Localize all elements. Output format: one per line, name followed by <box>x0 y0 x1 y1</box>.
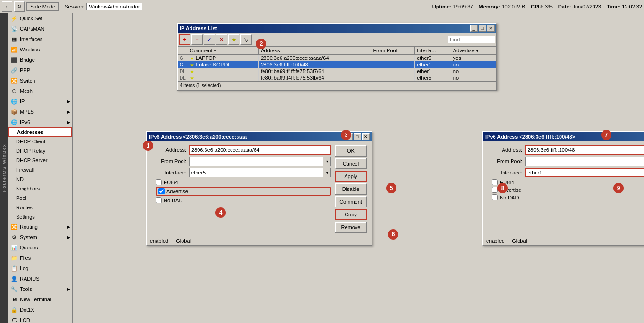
sidebar-item-quick-set[interactable]: ⚡ Quick Set <box>8 13 72 24</box>
interface-arrow-1[interactable]: ▾ <box>323 168 330 177</box>
sidebar-item-switch[interactable]: 🔀 Switch <box>8 75 72 86</box>
table-row[interactable]: G ★ Enlace BORDE 2806:3e6:ffff::100/48 e… <box>178 61 496 68</box>
sidebar-item-capsman[interactable]: 📡 CAPsMAN <box>8 24 72 34</box>
sidebar-item-lcd[interactable]: 🖵 LCD <box>8 315 72 323</box>
badge-2: 2 <box>256 39 266 49</box>
sidebar-item-new-terminal[interactable]: 🖥 New Terminal <box>8 294 72 305</box>
toolbar-refresh-btn[interactable]: ↻ <box>14 1 25 12</box>
table-row[interactable]: DL ★ fe80::ba69:f4ff:fe75:53fb/64 ether5… <box>178 75 496 81</box>
from-pool-arrow-1[interactable]: ▾ <box>323 157 330 166</box>
safe-mode-button[interactable]: Safe Mode <box>26 2 59 11</box>
sidebar-item-label: Quick Set <box>20 16 42 21</box>
sidebar-item-routing[interactable]: 🔀 Routing ▶ <box>8 222 72 232</box>
find-input[interactable] <box>448 36 495 43</box>
sidebar-item-tools[interactable]: 🔧 Tools ▶ <box>8 284 72 294</box>
col-type[interactable] <box>178 47 188 55</box>
table-row[interactable]: DL ★ fe80::ba69:f4ff:fe75:53f7/64 ether1… <box>178 68 496 75</box>
close-button[interactable]: ✕ <box>487 25 495 32</box>
table-row[interactable]: G ★ LAPTOP 2806:3e6:a200:cccc::aaaa/64 e… <box>178 55 496 62</box>
col-frompool[interactable]: From Pool <box>371 47 415 55</box>
col-address[interactable]: Address <box>259 47 371 55</box>
no-dad-checkbox-2[interactable] <box>492 194 498 200</box>
dialog1-ok-btn[interactable]: OK <box>335 145 367 157</box>
submenu-item-dhcp-relay[interactable]: DHCP Relay <box>8 146 72 156</box>
badge-1: 1 <box>143 141 153 151</box>
ipv6-dialog1-fields: Address: From Pool: ▾ Interface: ethe <box>151 145 331 233</box>
minimize-button[interactable]: _ <box>470 25 478 32</box>
remove-address-button[interactable]: − <box>191 34 203 45</box>
from-pool-select-2[interactable]: ▾ <box>525 157 644 166</box>
sidebar-item-wireless[interactable]: 📶 Wireless <box>8 44 72 55</box>
submenu-item-dhcp-client[interactable]: DHCP Client <box>8 137 72 146</box>
eui64-checkbox-1[interactable] <box>156 179 162 185</box>
add-address-button[interactable]: + <box>179 34 190 45</box>
sidebar-item-log[interactable]: 📋 Log <box>8 263 72 273</box>
badge-6: 6 <box>388 229 398 240</box>
submenu-item-routes[interactable]: Routes <box>8 203 72 212</box>
sidebar-item-label: Wireless <box>20 47 40 52</box>
ipv6-submenu: Addresses DHCP Client DHCP Relay DHCP Se… <box>8 127 72 222</box>
dialog1-cancel-btn[interactable]: Cancel <box>335 158 367 169</box>
dialog1-maximize-btn[interactable]: □ <box>354 133 361 140</box>
eui64-label-1: EUI64 <box>164 180 178 185</box>
sidebar-item-interfaces[interactable]: ▦ Interfaces <box>8 34 72 44</box>
submenu-item-firewall[interactable]: Firewall <box>8 165 72 174</box>
row-address: 2806:3e6:ffff::100/48 <box>259 61 371 68</box>
ipv6-dialog1-body: Address: From Pool: ▾ Interface: ethe <box>147 141 372 237</box>
sidebar-item-dot1x[interactable]: 🔒 Dot1X <box>8 305 72 315</box>
eui64-checkbox-2[interactable] <box>492 179 498 185</box>
submenu-item-addresses[interactable]: Addresses <box>8 127 72 137</box>
sidebar-item-radius[interactable]: 👤 RADIUS <box>8 273 72 284</box>
interface-select-2[interactable]: ether1 ▾ <box>525 168 644 177</box>
sidebar-item-ipv6[interactable]: 🌐 IPv6 ▶ <box>8 117 72 127</box>
from-pool-value-2 <box>526 161 644 162</box>
col-advertise[interactable]: Advertise ▾ <box>451 47 496 55</box>
no-dad-label-1: No DAD <box>164 198 182 203</box>
quick-set-icon: ⚡ <box>10 15 18 22</box>
col-interface[interactable]: Interfa... <box>415 47 451 55</box>
log-icon: 📋 <box>10 265 18 272</box>
filter-address-button[interactable]: ▽ <box>240 34 252 45</box>
submenu-item-dhcp-server[interactable]: DHCP Server <box>8 156 72 165</box>
submenu-item-settings[interactable]: Settings <box>8 212 72 222</box>
submenu-item-pool[interactable]: Pool <box>8 193 72 203</box>
maximize-button[interactable]: □ <box>479 25 486 32</box>
ppp-icon: 🔗 <box>10 66 18 74</box>
sidebar-item-ppp[interactable]: 🔗 PPP <box>8 65 72 75</box>
row-interface: ether5 <box>415 55 451 62</box>
submenu-item-neighbors[interactable]: Neighbors <box>8 184 72 193</box>
dialog1-apply-btn[interactable]: Apply <box>335 171 367 182</box>
dialog1-remove-btn[interactable]: Remove <box>335 222 367 233</box>
submenu-item-nd[interactable]: ND <box>8 174 72 184</box>
badge-3: 3 <box>341 130 351 140</box>
dialog1-disable-btn[interactable]: Disable <box>335 183 367 195</box>
sidebar-item-bridge[interactable]: ⬛ Bridge <box>8 55 72 65</box>
address-input-1[interactable] <box>189 145 331 155</box>
sidebar-item-system[interactable]: ⚙ System ▶ <box>8 232 72 242</box>
col-comment[interactable]: Comment ▾ <box>188 47 258 55</box>
dialog1-close-btn[interactable]: ✕ <box>362 133 370 140</box>
sidebar-item-label: IP <box>20 99 25 104</box>
mpls-icon: 📦 <box>10 108 18 116</box>
sidebar-item-mesh[interactable]: ⬡ Mesh <box>8 86 72 96</box>
sidebar-item-queues[interactable]: 📊 Queues <box>8 242 72 253</box>
sidebar-item-files[interactable]: 📁 Files <box>8 253 72 263</box>
interface-select-1[interactable]: ether5 ▾ <box>189 168 331 177</box>
sidebar-item-ip[interactable]: 🌐 IP ▶ <box>8 96 72 107</box>
session-label: Session: <box>65 4 84 9</box>
badge-4: 4 <box>215 207 226 218</box>
sidebar-item-mpls[interactable]: 📦 MPLS ▶ <box>8 107 72 117</box>
row-frompool <box>371 55 415 62</box>
no-dad-checkbox-1[interactable] <box>156 197 162 203</box>
advertise-checkbox-1[interactable] <box>158 188 165 194</box>
address-input-2[interactable] <box>525 145 644 155</box>
from-pool-select-1[interactable]: ▾ <box>189 157 331 166</box>
comment-address-button[interactable]: ★ <box>228 34 239 45</box>
enable-address-button[interactable]: ✓ <box>204 34 215 45</box>
toolbar-back-btn[interactable]: ← <box>2 1 12 12</box>
dialog1-comment-btn[interactable]: Comment <box>335 196 367 207</box>
queues-icon: 📊 <box>10 244 18 251</box>
disable-address-button[interactable]: ✕ <box>216 34 227 45</box>
dialog1-copy-btn[interactable]: Copy <box>335 209 367 220</box>
row-interface: ether1 <box>415 68 451 75</box>
